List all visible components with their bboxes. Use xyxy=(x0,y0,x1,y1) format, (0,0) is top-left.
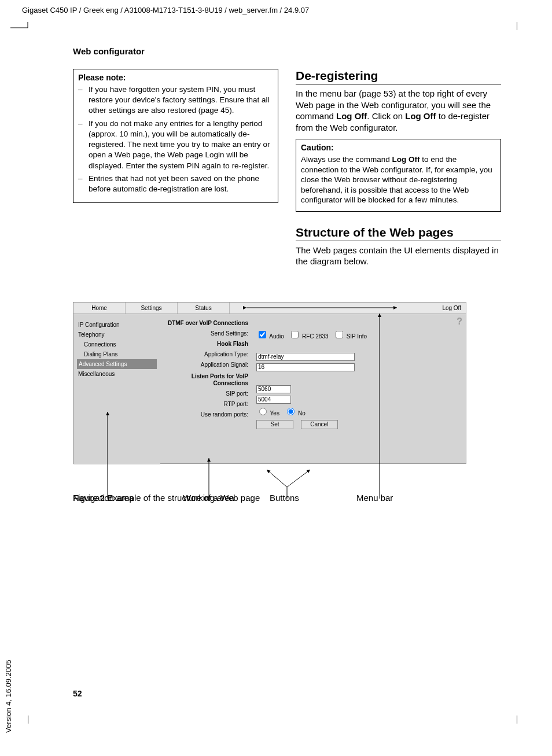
field-label: Application Signal: xyxy=(160,362,248,368)
application-type-input[interactable] xyxy=(256,353,355,361)
field-group: DTMF over VoIP Connections xyxy=(160,320,248,327)
nav-item[interactable]: IP Configuration xyxy=(77,320,157,330)
note-item: If you have forgotten your system PIN, y… xyxy=(78,84,273,116)
menu-bar: Home Settings Status Log Off xyxy=(73,303,466,314)
help-icon[interactable]: ? xyxy=(457,316,462,327)
heading-deregistering: De-registering xyxy=(296,69,501,84)
application-signal-input[interactable] xyxy=(256,363,355,371)
webpage-screenshot: Home Settings Status Log Off ? IP Config… xyxy=(73,302,466,464)
nav-item[interactable]: Dialing Plans xyxy=(77,349,157,359)
svg-line-6 xyxy=(267,470,287,487)
sipinfo-checkbox[interactable] xyxy=(336,331,343,338)
tab-settings[interactable]: Settings xyxy=(126,303,178,314)
set-button[interactable]: Set xyxy=(256,420,293,429)
random-yes-radio[interactable] xyxy=(259,408,267,415)
please-note-box: Please note: If you have forgotten your … xyxy=(73,69,278,203)
caution-body: Always use the command Log Off to end th… xyxy=(301,154,496,205)
random-no-radio[interactable] xyxy=(287,408,295,415)
section-header: Web configurator xyxy=(73,46,501,56)
nav-item-selected[interactable]: Advanced Settings xyxy=(77,359,157,369)
please-note-title: Please note: xyxy=(78,73,273,82)
nav-item[interactable]: Connections xyxy=(77,340,157,349)
field-label: Use random ports: xyxy=(160,411,248,418)
field-label: Send Settings: xyxy=(160,330,248,337)
logoff-link[interactable]: Log Off xyxy=(431,303,466,314)
crop-mark xyxy=(517,22,517,30)
field-group: Hook Flash xyxy=(160,341,248,348)
crop-mark xyxy=(28,716,28,724)
callout-work: Working area xyxy=(183,493,234,503)
heading-structure: Structure of the Web pages xyxy=(296,226,501,241)
field-label: SIP port: xyxy=(160,390,248,397)
note-item: If you do not make any entries for a len… xyxy=(78,119,273,171)
field-label: Application Type: xyxy=(160,351,248,358)
callout-nav: Navigation area xyxy=(73,493,134,503)
caution-title: Caution: xyxy=(301,143,496,152)
sip-port-input[interactable] xyxy=(256,385,291,393)
dereg-body: In the menu bar (page 53) at the top rig… xyxy=(296,88,501,133)
callout-buttons: Buttons xyxy=(270,493,299,503)
working-area: DTMF over VoIP Connections Send Settings… xyxy=(160,314,466,464)
nav-item[interactable]: Telephony xyxy=(77,330,157,340)
cancel-button[interactable]: Cancel xyxy=(301,420,338,429)
caution-box: Caution: Always use the command Log Off … xyxy=(296,139,501,212)
callout-menubar: Menu bar xyxy=(356,493,393,503)
rfc-checkbox[interactable] xyxy=(291,331,299,338)
doc-header: Gigaset C450 IP / Greek eng / A31008-M17… xyxy=(22,6,309,14)
note-item: Entries that had not yet been saved on t… xyxy=(78,174,273,194)
structure-body: The Web pages contain the UI elements di… xyxy=(296,245,501,267)
field-label: RTP port: xyxy=(160,401,248,408)
field-group: Listen Ports for VoIP Connections xyxy=(160,373,248,387)
rtp-port-input[interactable] xyxy=(256,396,291,404)
send-settings-checkboxes: Audio RFC 2833 SIP Info xyxy=(256,329,466,340)
navigation-area: IP Configuration Telephony Connections D… xyxy=(73,314,160,464)
crop-mark xyxy=(517,716,517,724)
version-footer: Version 4, 16.09.2005 xyxy=(4,660,13,733)
page-number: 52 xyxy=(73,689,82,698)
nav-item[interactable]: Miscellaneous xyxy=(77,369,157,379)
svg-line-7 xyxy=(287,470,310,487)
audio-checkbox[interactable] xyxy=(259,331,266,338)
tab-home[interactable]: Home xyxy=(73,303,126,314)
tab-status[interactable]: Status xyxy=(178,303,230,314)
